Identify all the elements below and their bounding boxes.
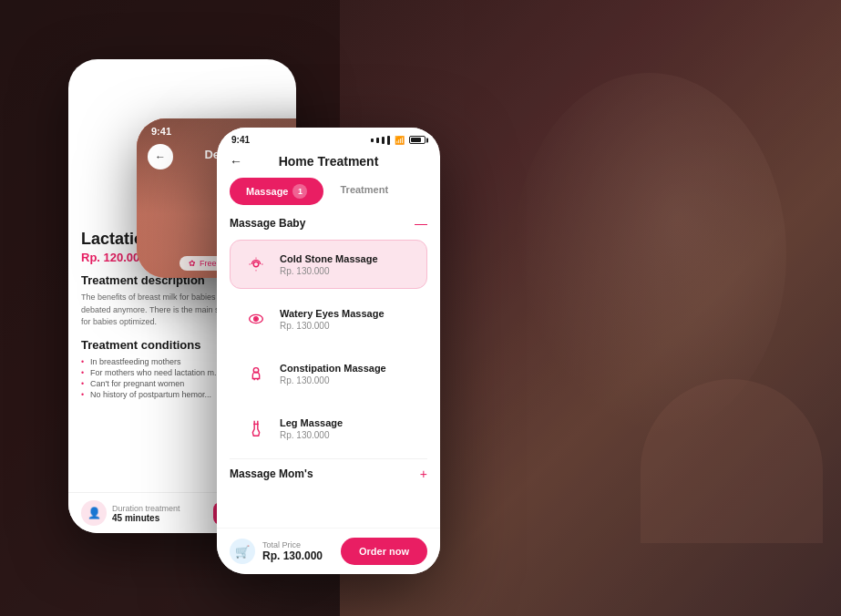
massage-moms-header[interactable]: Massage Mom's +: [230, 458, 427, 488]
massage-moms-toggle[interactable]: +: [420, 467, 427, 481]
svg-point-3: [255, 318, 257, 320]
battery-icon: [409, 136, 426, 144]
cold-stone-name: Cold Stone Massage: [280, 253, 415, 264]
header-back-button[interactable]: ←: [230, 154, 242, 169]
back-button-back[interactable]: ←: [148, 144, 173, 169]
massage-baby-title: Massage Baby: [230, 217, 305, 230]
leg-info: Leg Massage Rp. 130.000: [280, 417, 415, 440]
watery-eyes-info: Watery Eyes Massage Rp. 130.000: [280, 308, 415, 331]
massage-moms-title: Massage Mom's: [230, 467, 313, 480]
leg-name: Leg Massage: [280, 417, 415, 428]
cold-stone-info: Cold Stone Massage Rp. 130.000: [280, 253, 415, 276]
constipation-price: Rp. 130.000: [280, 375, 415, 385]
constipation-name: Constipation Massage: [280, 363, 415, 374]
duration-value: 45 minutes: [112, 513, 180, 523]
bottom-bar: 🛒 Total Price Rp. 130.000 Order now: [217, 528, 440, 574]
duration-info: 👤 Duration treatment 45 minutes: [81, 500, 180, 526]
massage-baby-toggle[interactable]: —: [415, 216, 427, 231]
duration-label: Duration treatment: [112, 504, 180, 513]
item-leg[interactable]: Leg Massage Rp. 130.000: [230, 404, 427, 453]
time-back: 9:41: [151, 126, 171, 137]
total-section: 🛒 Total Price Rp. 130.000: [230, 539, 323, 564]
tab-treatment[interactable]: Treatment: [323, 178, 405, 205]
time-front: 9:41: [231, 135, 250, 145]
item-cold-stone[interactable]: Cold Stone Massage Rp. 130.000: [230, 240, 427, 289]
header-title: Home Treatment: [250, 154, 407, 169]
leg-icon: [241, 414, 271, 443]
massage-baby-header: Massage Baby —: [230, 216, 427, 231]
cold-stone-icon: [241, 250, 271, 279]
cart-icon: 🛒: [230, 539, 255, 564]
tabs-container: Massage 1 Treatment: [217, 178, 440, 205]
watery-eyes-price: Rp. 130.000: [280, 321, 415, 331]
total-amount: Rp. 130.000: [262, 549, 323, 562]
cold-stone-price: Rp. 130.000: [280, 266, 415, 276]
item-constipation[interactable]: Constipation Massage Rp. 130.000: [230, 349, 427, 398]
signal-icons: 📶: [371, 136, 426, 145]
scroll-area: Massage Baby — Cold Stone Massage Rp. 13…: [217, 216, 440, 544]
constipation-info: Constipation Massage Rp. 130.000: [280, 363, 415, 385]
duration-icon: 👤: [81, 500, 107, 526]
leg-price: Rp. 130.000: [280, 430, 415, 440]
total-label: Total Price: [262, 540, 323, 549]
status-bar-front: 9:41 📶: [217, 128, 440, 149]
header: ← Home Treatment: [217, 149, 440, 178]
wifi-icon: 📶: [395, 136, 405, 145]
item-watery-eyes[interactable]: Watery Eyes Massage Rp. 130.000: [230, 294, 427, 344]
svg-point-0: [253, 262, 259, 267]
watery-eyes-name: Watery Eyes Massage: [280, 308, 415, 319]
phone-front: 9:41 📶 ← Home Treatment Massage 1 Treatm…: [217, 128, 440, 574]
constipation-icon: [241, 359, 271, 388]
tab-massage[interactable]: Massage 1: [230, 178, 323, 205]
tab-massage-badge: 1: [292, 184, 307, 199]
order-button[interactable]: Order now: [341, 538, 427, 565]
watery-eyes-icon: [241, 304, 271, 334]
